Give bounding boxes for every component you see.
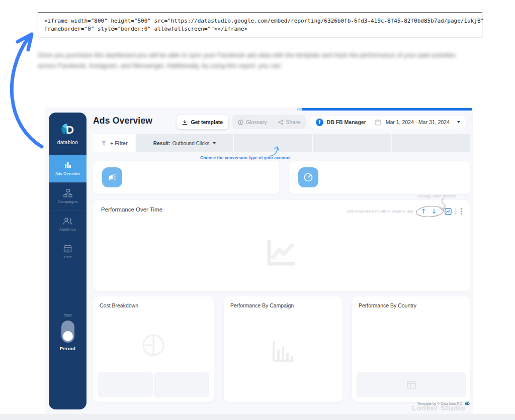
page-bottom-strip: [0, 414, 515, 420]
performance-by-campaign-card: Performance By Campaign: [224, 296, 342, 402]
date-range-selector[interactable]: Mar 1, 2024 - Mar 31, 2024: [386, 119, 450, 125]
filter-segment: [313, 134, 391, 152]
card-title: Performance By Campaign: [230, 302, 294, 308]
annotation-arrow: [268, 145, 282, 157]
more-options-button[interactable]: [459, 207, 464, 216]
header-secondary-buttons: Glossary Share: [232, 115, 305, 129]
period-toggle[interactable]: [61, 321, 74, 343]
chevron-down-icon[interactable]: [457, 121, 460, 123]
share-button[interactable]: Share: [273, 119, 306, 125]
bar-chart-placeholder-icon: [271, 339, 296, 364]
account-selector[interactable]: DB FB Manager: [327, 119, 366, 125]
card-title: Performance By Country: [359, 302, 416, 308]
toggle-knob: [63, 331, 73, 341]
download-icon: [182, 120, 188, 125]
facebook-icon: f: [316, 119, 323, 126]
sidebar-item-campaigns[interactable]: Campaigns: [49, 182, 87, 210]
result-label: Result:: [153, 141, 170, 146]
pie-chart-placeholder-icon: [142, 334, 165, 357]
get-template-label: Get template: [191, 119, 223, 125]
sidebar-item-label: Time: [63, 255, 72, 259]
line-chart-placeholder-icon: [265, 238, 298, 267]
sidebar-item-label: Audience: [59, 227, 76, 232]
calendar-icon: [375, 119, 381, 126]
svg-text:D: D: [66, 124, 74, 136]
filter-button[interactable]: + Filter: [93, 134, 135, 152]
databloo-logo-icon: D: [60, 122, 75, 137]
blurred-paragraph: Once you purchase this dashboard you wil…: [38, 50, 482, 71]
template-credit: Template by © Data bloo P.C. D: [417, 401, 470, 406]
filter-label: + Filter: [110, 140, 128, 146]
sidebar: D databloo Ads Overview Campaigns: [49, 113, 87, 409]
megaphone-icon: [102, 167, 122, 187]
chevron-down-icon: [213, 142, 216, 144]
embed-code-line2: frameborder="0" style="border:0" allowfu…: [44, 25, 476, 33]
glossary-label: Glossary: [246, 119, 267, 125]
databloo-mini-logo: D: [465, 401, 470, 406]
top-accent-bar: [302, 108, 472, 111]
embed-code-line1: <iframe width="800" height="500" src="ht…: [44, 17, 476, 25]
share-label: Share: [286, 119, 300, 125]
svg-text:D: D: [467, 401, 470, 406]
divider: [455, 208, 456, 215]
toggle-year-label: Year: [63, 312, 72, 318]
performance-over-time-card: Performance Over Time Drill down from mo…: [93, 200, 470, 291]
databloo-logo: D databloo: [49, 113, 87, 155]
page-title: Ads Overview: [93, 116, 152, 126]
period-toggle-block: Year Period: [49, 312, 87, 351]
sidebar-item-audience[interactable]: Audience: [49, 210, 87, 238]
cost-breakdown-card: Cost Breakdown: [93, 296, 214, 402]
drill-hint: Drill down from month to week to day: [347, 209, 413, 214]
result-value: Outbound Clicks: [173, 141, 209, 146]
legend-placeholders: [98, 372, 209, 397]
filter-funnel-icon: [101, 140, 107, 146]
sidebar-item-ads-overview[interactable]: Ads Overview: [49, 155, 87, 182]
sitemap-icon: [63, 189, 72, 197]
filter-segment: [392, 134, 470, 152]
bar-chart-icon: [63, 161, 72, 169]
dashboard-frame: D databloo Ads Overview Campaigns: [45, 108, 472, 413]
card-title: Performance Over Time: [101, 206, 162, 213]
performance-by-country-card: Performance By Country: [352, 296, 470, 402]
share-icon: [278, 120, 284, 125]
header-toolbar: Get template Glossary Share f D: [177, 115, 466, 129]
metrics-annotation-arrow: [438, 198, 449, 213]
account-date-group: f DB FB Manager Mar 1, 2024 - Mar 31, 20…: [310, 115, 466, 129]
card-title: Cost Breakdown: [100, 302, 138, 308]
glossary-button[interactable]: Glossary: [232, 119, 272, 125]
people-icon: [63, 217, 72, 225]
calendar-icon: [63, 244, 72, 253]
table-placeholder: [357, 372, 466, 397]
result-dropdown[interactable]: Result: Outbound Clicks: [136, 134, 233, 152]
template-credit-text: Template by © Data bloo P.C.: [417, 402, 463, 405]
top-bar-notch: [297, 108, 302, 111]
get-template-button[interactable]: Get template: [177, 115, 228, 129]
toggle-period-label: Period: [60, 346, 75, 351]
logo-text: databloo: [57, 140, 78, 145]
sidebar-item-label: Campaigns: [58, 199, 78, 204]
sidebar-item-time[interactable]: Time: [49, 238, 87, 265]
scorecard-megaphone: [93, 161, 279, 194]
gauge-icon: [298, 167, 318, 187]
scorecard-gauge: [289, 161, 470, 194]
sidebar-item-label: Ads Overview: [55, 171, 80, 176]
info-icon: [238, 120, 243, 125]
embed-code-box[interactable]: <iframe width="800" height="500" src="ht…: [38, 12, 482, 38]
table-icon: [407, 381, 416, 389]
metrics-annotation: Change chart metrics: [417, 194, 456, 198]
